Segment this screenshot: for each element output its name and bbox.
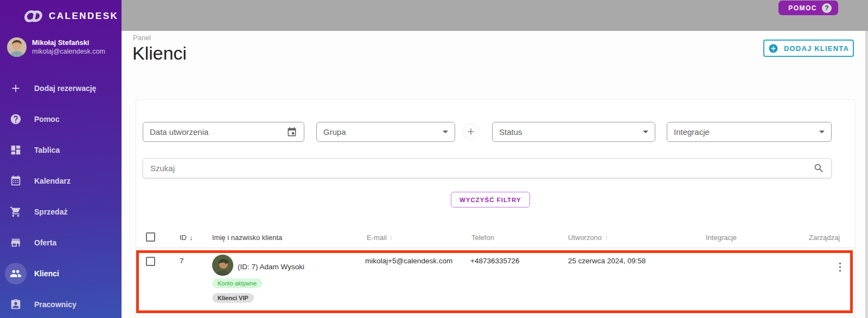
date-filter-field[interactable]: Data utworzenia	[143, 122, 304, 142]
sidebar: CALENDESK Mikołaj Stefański mikolaj@cale…	[0, 0, 122, 318]
table-header-divider	[136, 248, 855, 248]
app-window: CALENDESK Mikołaj Stefański mikolaj@cale…	[0, 0, 868, 318]
client-created: 25 czerwca 2024, 09:58	[568, 257, 646, 265]
status-filter-label: Status	[499, 127, 643, 137]
sort-desc-icon	[187, 233, 193, 242]
column-header-id-label: ID	[180, 233, 187, 242]
user-avatar	[7, 37, 27, 57]
group-filter-label: Grupa	[323, 127, 443, 137]
integrations-filter-select[interactable]: Integracje	[667, 122, 832, 142]
add-client-button[interactable]: DODAJ KLIENTA	[763, 40, 854, 57]
sidebar-menu: Dodaj rezerwację Pomoc Tablica Kalendarz	[0, 73, 122, 318]
sidebar-item-dodaj-rezerwacje[interactable]: Dodaj rezerwację	[0, 73, 122, 103]
search-icon[interactable]	[813, 163, 825, 174]
store-icon	[5, 232, 27, 254]
chevron-down-icon	[819, 131, 825, 133]
column-header-email[interactable]: E-mail	[367, 233, 393, 242]
sidebar-item-pracownicy[interactable]: Pracownicy	[0, 289, 122, 318]
sidebar-item-kalendarz[interactable]: Kalendarz	[0, 165, 122, 196]
user-name: Mikołaj Stefański	[32, 38, 105, 47]
sidebar-item-label: Pomoc	[34, 115, 60, 124]
sidebar-item-label: Klienci	[34, 269, 59, 278]
people-icon	[5, 263, 27, 284]
group-filter-select[interactable]: Grupa	[316, 122, 455, 142]
integrations-filter-label: Integracje	[674, 127, 819, 137]
date-filter-label: Data utworzenia	[150, 127, 286, 137]
client-phone: +48736335726	[470, 257, 519, 265]
help-circle-icon	[5, 108, 27, 130]
calendesk-cd-icon	[20, 9, 42, 23]
group-badge: Klienci VIP	[212, 293, 254, 303]
scrollbar[interactable]	[865, 31, 868, 318]
topbar: POMOC ?	[122, 0, 868, 31]
column-header-name[interactable]: Imię i nazwisko klienta	[212, 233, 282, 242]
kebab-icon	[839, 262, 841, 272]
sidebar-item-label: Pracownicy	[34, 300, 76, 309]
main-content: Panel Klienci DODAJ KLIENTA Data utworze…	[122, 31, 868, 318]
column-header-created[interactable]: Utworzono	[568, 233, 608, 242]
sidebar-item-label: Kalendarz	[34, 177, 71, 185]
sidebar-item-label: Oferta	[34, 238, 56, 247]
client-id: 7	[180, 257, 184, 265]
question-mark-icon: ?	[822, 3, 832, 13]
employee-card-icon	[5, 294, 27, 315]
user-profile[interactable]: Mikołaj Stefański mikolaj@calendesk.com	[0, 23, 122, 57]
row-menu-button[interactable]	[834, 261, 846, 275]
user-meta: Mikołaj Stefański mikolaj@calendesk.com	[32, 38, 105, 56]
sidebar-item-sprzedaz[interactable]: Sprzedaż	[0, 196, 122, 227]
client-avatar	[212, 255, 233, 276]
column-header-id[interactable]: ID	[180, 233, 193, 242]
sidebar-item-tablica[interactable]: Tablica	[0, 134, 122, 165]
page-title: Klienci	[132, 43, 187, 64]
column-header-created-label: Utworzono	[568, 233, 602, 242]
column-header-phone[interactable]: Telefon	[471, 233, 494, 242]
sidebar-item-label: Tablica	[34, 146, 60, 154]
clear-filters-button[interactable]: WYCZYŚĆ FILTRY	[451, 192, 530, 207]
search-field	[143, 158, 832, 178]
status-filter-select[interactable]: Status	[492, 122, 655, 142]
select-all-checkbox[interactable]	[146, 232, 155, 242]
sort-asc-icon	[602, 233, 608, 242]
column-header-integrations[interactable]: Integracje	[706, 233, 737, 242]
cart-icon	[5, 201, 27, 223]
column-header-manage: Zarządzaj	[809, 233, 840, 242]
plus-icon	[465, 126, 476, 137]
sidebar-item-label: Sprzedaż	[34, 207, 67, 216]
search-input[interactable]	[143, 158, 832, 178]
clients-card: Data utworzenia Grupa Status Integracje	[136, 99, 856, 318]
client-email: mikolaj+5@calendesk.com	[365, 257, 452, 265]
dashboard-icon	[5, 139, 27, 161]
help-button[interactable]: POMOC ?	[778, 1, 838, 15]
add-group-button[interactable]	[462, 123, 480, 140]
calendar-icon	[286, 127, 297, 138]
row-checkbox[interactable]	[146, 257, 155, 266]
sidebar-item-oferta[interactable]: Oferta	[0, 227, 122, 258]
user-email: mikolaj@calendesk.com	[32, 47, 105, 56]
client-name[interactable]: (ID: 7) Adam Wysoki	[238, 263, 304, 271]
plus-icon	[5, 77, 27, 99]
sort-asc-icon	[387, 233, 393, 242]
help-button-label: POMOC	[788, 4, 817, 12]
breadcrumb: Panel	[133, 34, 151, 42]
chevron-down-icon	[643, 131, 648, 133]
status-badge: Konto aktywne	[212, 278, 262, 288]
brand-logo[interactable]: CALENDESK	[0, 0, 122, 23]
column-header-email-label: E-mail	[367, 233, 387, 242]
chevron-down-icon	[443, 131, 448, 133]
sidebar-item-klienci[interactable]: Klienci	[0, 258, 122, 289]
sidebar-item-pomoc[interactable]: Pomoc	[0, 103, 122, 134]
add-client-button-label: DODAJ KLIENTA	[784, 44, 849, 53]
plus-circle-icon	[768, 43, 778, 54]
brand-name: CALENDESK	[49, 11, 118, 22]
sidebar-item-label: Dodaj rezerwację	[34, 84, 96, 93]
calendar-icon	[5, 170, 27, 192]
